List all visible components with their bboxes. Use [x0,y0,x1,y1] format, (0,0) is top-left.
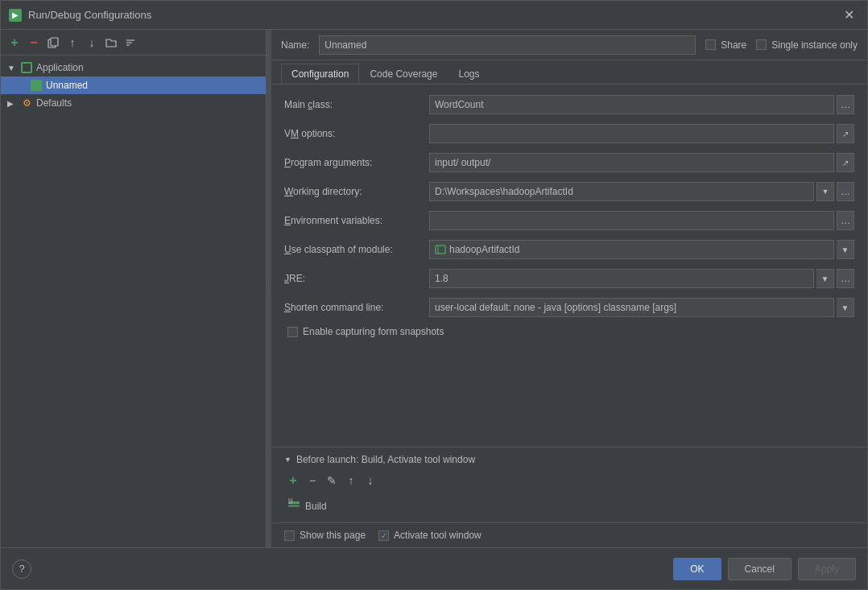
ok-button[interactable]: OK [673,558,721,580]
single-instance-group: Single instance only [756,39,858,51]
build-icon: 01 10 [287,498,300,514]
dialog-icon: ▶ [9,9,22,22]
name-input[interactable] [319,35,696,55]
tab-logs[interactable]: Logs [448,64,490,84]
defaults-label: Defaults [36,97,72,109]
unnamed-label: Unnamed [46,80,88,91]
shorten-cmd-value: user-local default: none - java [options… [435,302,676,313]
program-args-row: Program arguments: ↗ [284,152,854,173]
tab-code-coverage[interactable]: Code Coverage [359,64,448,84]
jre-value: 1.8 [435,273,448,284]
title-bar-left: ▶ Run/Debug Configurations [9,9,151,22]
application-icon [20,61,33,74]
apply-button[interactable]: Apply [798,558,856,580]
jre-browse-button[interactable]: … [837,269,854,288]
add-config-button[interactable]: + [6,34,23,52]
main-class-row: Main class: … [284,94,854,115]
svg-rect-8 [288,505,300,507]
shorten-cmd-label: Shorten command line: [284,302,429,313]
before-launch-expand-icon: ▼ [284,456,291,464]
remove-config-button[interactable]: − [25,34,43,52]
program-args-expand-button[interactable]: ↗ [837,153,854,172]
share-group: Share [705,39,746,51]
vm-options-label: VM options: [284,128,429,139]
classpath-select[interactable]: hadoopArtifactId [429,240,834,259]
env-vars-row: Environment variables: … [284,210,854,231]
before-launch-header: ▼ Before launch: Build, Activate tool wi… [284,454,854,465]
right-panel: Name: Share Single instance only Configu… [271,30,867,547]
configuration-form: Main class: … VM options: ↗ Pr [271,85,867,447]
dialog-title: Run/Debug Configurations [28,9,151,21]
classpath-row: Use classpath of module: hadoopArtifactI… [284,239,854,260]
sidebar-toolbar: + − ↑ ↓ [1,30,266,56]
activate-tool-window-checkbox[interactable]: ✓ [378,530,389,541]
help-button[interactable]: ? [12,559,31,579]
enable-capturing-row: Enable capturing form snapshots [287,326,854,337]
working-dir-row: Working directory: ▼ … [284,181,854,202]
show-page-checkbox[interactable] [284,530,295,541]
close-button[interactable]: ✕ [839,7,859,23]
dialog-content: + − ↑ ↓ [1,30,867,547]
before-launch-toolbar: + − ✎ ↑ ↓ [284,472,854,489]
before-launch-add-button[interactable]: + [284,472,302,489]
before-launch-remove-button[interactable]: − [304,472,321,489]
title-bar: ▶ Run/Debug Configurations ✕ [1,1,867,30]
before-launch-edit-button[interactable]: ✎ [323,472,341,489]
show-page-label: Show this page [300,530,366,541]
svg-rect-1 [51,38,58,46]
defaults-icon: ⚙ [20,97,33,109]
vm-options-input[interactable] [429,124,834,143]
bottom-options: Show this page ✓ Activate tool window [271,522,867,547]
working-dir-browse-button[interactable]: … [837,182,854,201]
working-dir-input[interactable] [429,182,814,201]
tab-configuration[interactable]: Configuration [281,64,359,84]
vm-options-expand-button[interactable]: ↗ [837,124,854,143]
single-instance-checkbox[interactable] [756,39,767,50]
env-vars-input[interactable] [429,211,834,230]
classpath-dropdown-button[interactable]: ▼ [837,240,854,259]
move-down-button[interactable]: ↓ [83,34,101,52]
svg-text:10: 10 [288,500,293,505]
sidebar: + − ↑ ↓ [1,30,267,547]
enable-capturing-checkbox[interactable] [287,327,298,337]
enable-capturing-label: Enable capturing form snapshots [303,326,444,337]
jre-row: JRE: 1.8 ▼ … [284,268,854,289]
program-args-input[interactable] [429,153,834,172]
launch-item-build: 01 10 Build [284,496,854,516]
jre-select[interactable]: 1.8 [429,269,814,288]
classpath-label: Use classpath of module: [284,244,429,255]
env-vars-browse-button[interactable]: … [837,211,854,230]
working-dir-dropdown-button[interactable]: ▼ [816,182,834,201]
before-launch-down-button[interactable]: ↓ [362,472,379,489]
jre-dropdown-button[interactable]: ▼ [816,269,834,288]
main-class-wrap: … [429,95,854,114]
sort-button[interactable] [122,34,139,52]
tree-item-defaults[interactable]: ▶ ⚙ Defaults [1,94,266,112]
jre-label: JRE: [284,273,429,284]
shorten-cmd-select[interactable]: user-local default: none - java [options… [429,298,834,317]
cancel-button[interactable]: Cancel [728,558,792,580]
expand-arrow-defaults: ▶ [7,99,17,108]
shorten-cmd-dropdown-button[interactable]: ▼ [837,298,854,317]
vm-options-row: VM options: ↗ [284,123,854,144]
main-class-browse-button[interactable]: … [837,95,854,114]
main-class-input[interactable] [429,95,834,114]
before-launch-list: 01 10 Build [284,496,854,516]
tree-item-unnamed[interactable]: Unnamed [1,76,266,94]
share-label: Share [721,39,746,51]
activate-tool-window-group: ✓ Activate tool window [378,530,482,541]
module-icon [435,245,446,254]
shorten-cmd-wrap: user-local default: none - java [options… [429,298,854,317]
classpath-value: hadoopArtifactId [449,244,519,255]
folder-button[interactable] [102,34,120,52]
copy-config-button[interactable] [44,34,62,52]
name-label: Name: [281,39,309,51]
show-page-group: Show this page [284,530,366,541]
tree-item-application[interactable]: ▼ Application [1,59,266,76]
run-debug-dialog: ▶ Run/Debug Configurations ✕ + − ↑ ↓ [0,0,868,590]
before-launch-up-button[interactable]: ↑ [342,472,360,489]
share-checkbox[interactable] [705,39,716,50]
svg-rect-5 [436,245,445,254]
expand-arrow-application: ▼ [7,64,17,72]
move-up-button[interactable]: ↑ [64,34,81,52]
